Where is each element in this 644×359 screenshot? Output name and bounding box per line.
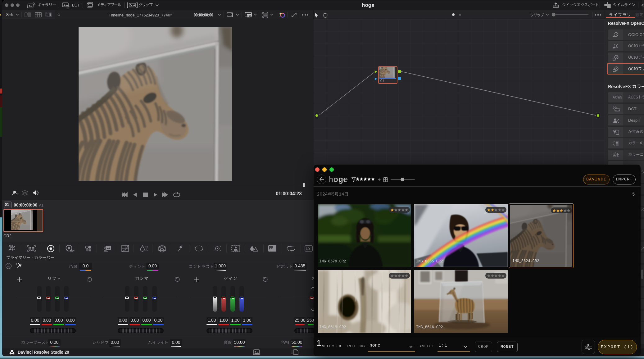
svg-text:ACES: ACES	[613, 95, 622, 99]
svg-text:3D: 3D	[306, 247, 310, 251]
svg-text:HDR: HDR	[70, 249, 75, 252]
svg-text:DCTL: DCTL	[615, 109, 620, 111]
svg-text:HQ: HQ	[247, 15, 251, 17]
svg-text:A: A	[7, 264, 10, 268]
